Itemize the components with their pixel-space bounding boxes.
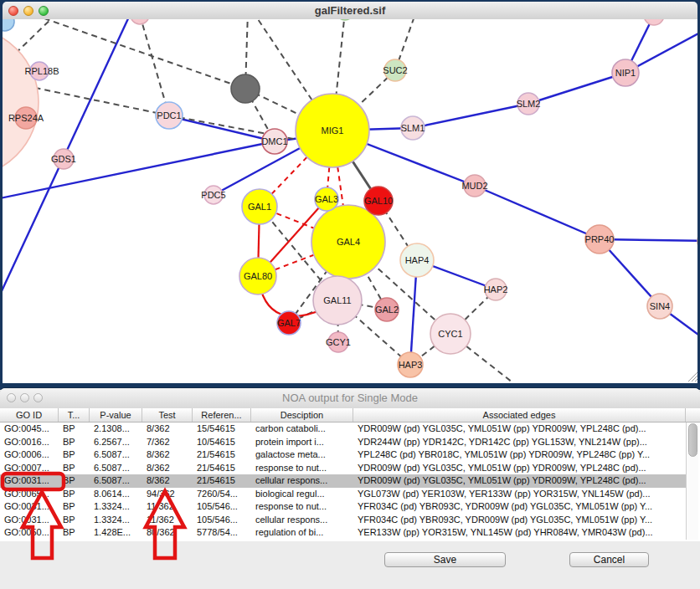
cell-description: regulation of bi... xyxy=(251,526,353,540)
node-large-left[interactable] xyxy=(3,27,39,177)
node-label-prp40: PRP40 xyxy=(585,234,615,244)
node-label-gal1: GAL1 xyxy=(248,202,271,212)
network-graph: RPL18BRPS24AGDS1PDC1MIG1DMC1SUC2SLM1SLM2… xyxy=(3,19,697,383)
column-header-test[interactable]: Test xyxy=(142,408,193,422)
cell-go-id: GO:0045... xyxy=(0,423,59,436)
vertical-scrollbar[interactable] xyxy=(686,423,698,540)
cell-description: cellular respons... xyxy=(251,514,353,527)
scrollbar-thumb[interactable] xyxy=(688,423,697,457)
column-header-referen[interactable]: Referen... xyxy=(193,408,251,422)
noa-titlebar[interactable]: NOA output for Single Mode xyxy=(0,388,700,409)
cell-reference: 7260/54... xyxy=(193,488,251,501)
cell-edges: YGL073W (pd) YER103W, YER133W (pp) YOR31… xyxy=(353,488,686,501)
node-label-gal7: GAL7 xyxy=(277,318,301,328)
node-label-gal80: GAL80 xyxy=(244,271,272,281)
edge-dash[interactable] xyxy=(140,19,169,115)
column-header-desciption[interactable]: Desciption xyxy=(251,408,353,422)
cell-p-value: 1.3324... xyxy=(90,500,142,514)
noa-window: NOA output for Single Mode GO IDT...P-va… xyxy=(0,388,700,589)
node-dark-gray[interactable] xyxy=(231,74,260,103)
resize-grip-icon[interactable] xyxy=(695,379,697,382)
node-label-mud2: MUD2 xyxy=(461,181,487,191)
node-label-gal2: GAL2 xyxy=(375,305,399,315)
node-label-gal10: GAL10 xyxy=(364,196,393,206)
edge-blue[interactable] xyxy=(528,73,625,104)
save-button[interactable]: Save xyxy=(384,552,506,567)
node-label-pdc5: PDC5 xyxy=(201,190,225,200)
table-row[interactable]: GO:0050...BP1.428E...80/3625778/54...reg… xyxy=(0,526,687,540)
table-row[interactable]: GO:0007...BP6.5087...8/36221/54615respon… xyxy=(0,462,687,475)
table-row[interactable]: GO:0045...BP2.1308...8/36215/54615carbon… xyxy=(0,423,687,436)
node-label-mig1: MIG1 xyxy=(322,125,344,136)
cell-description: carbon cataboli... xyxy=(251,423,353,436)
edge-blue[interactable] xyxy=(475,186,600,239)
cell-edges: YER133W (pp) YOR315W, YNL145W (pd) YHR08… xyxy=(353,526,686,540)
cell-type: BP xyxy=(59,462,90,475)
node-pink-partial-top-left[interactable] xyxy=(131,19,149,24)
node-label-rps24a: RPS24A xyxy=(8,113,44,123)
edge-dash[interactable] xyxy=(169,115,311,142)
cell-type: BP xyxy=(59,474,90,488)
column-header-associatededges[interactable]: Associated edges xyxy=(353,408,686,422)
cell-description: galactose meta... xyxy=(251,448,353,462)
table-row[interactable]: GO:0016...BP6.2567...7/36210/54615protei… xyxy=(0,436,687,449)
cell-p-value: 1.3324... xyxy=(90,514,142,527)
cell-edges: YDR244W (pp) YDR142C, YDR142C (pp) YGL15… xyxy=(353,436,686,449)
table-row[interactable]: GO:0031...BP6.5087...8/36221/54615cellul… xyxy=(0,474,687,488)
column-header-pvalue[interactable]: P-value xyxy=(90,408,142,422)
edge-blue[interactable] xyxy=(413,104,528,128)
cell-p-value: 6.5087... xyxy=(90,474,142,488)
window-title: galFiltered.sif xyxy=(3,4,697,17)
cell-go-id: GO:0065... xyxy=(0,488,59,501)
node-label-gal11: GAL11 xyxy=(323,295,351,305)
node-green-partial-top[interactable] xyxy=(337,19,353,20)
node-label-hap2: HAP2 xyxy=(484,284,508,294)
edge-dash[interactable] xyxy=(25,19,245,89)
cell-p-value: 6.5087... xyxy=(90,462,142,475)
node-pink-partial-top-right[interactable] xyxy=(644,19,664,25)
cell-go-id: GO:0031... xyxy=(0,500,59,514)
results-table: GO IDT...P-valueTestReferen...Desciption… xyxy=(0,408,700,541)
cell-test: 8/362 xyxy=(142,474,193,488)
node-label-rpl18b: RPL18B xyxy=(25,66,59,76)
cell-description: biological regul... xyxy=(251,488,353,501)
node-label-dmc1: DMC1 xyxy=(261,136,287,146)
network-window: galFiltered.sif RPL18BRPS24AGDS1PDC1MIG1… xyxy=(0,0,700,390)
node-label-slm1: SLM1 xyxy=(401,123,425,133)
node-label-gcy1: GCY1 xyxy=(326,337,351,347)
node-unlabeled-topleft[interactable] xyxy=(3,19,14,31)
cell-edges: YFR034C (pd) YBR093C, YDR009W (pd) YGL03… xyxy=(353,500,686,514)
cell-type: BP xyxy=(59,448,90,462)
node-label-cyc1: CYC1 xyxy=(438,329,462,339)
cell-edges: YDR009W (pd) YGL035C, YML051W (pp) YDR00… xyxy=(353,474,686,488)
table-row[interactable]: GO:0031...BP1.3324...11/362105/546...res… xyxy=(0,500,687,514)
cell-go-id: GO:0050... xyxy=(0,526,59,540)
cancel-button[interactable]: Cancel xyxy=(569,552,649,567)
cell-type: BP xyxy=(59,500,90,514)
cell-edges: YFR034C (pd) YBR093C, YDR009W (pd) YGL03… xyxy=(353,514,686,527)
cell-type: BP xyxy=(59,423,90,436)
cell-p-value: 6.2567... xyxy=(90,436,142,449)
cell-type: BP xyxy=(59,488,90,501)
cell-test: 80/362 xyxy=(142,526,193,540)
node-label-hap4: HAP4 xyxy=(405,255,430,265)
cell-edges: YDR009W (pd) YGL035C, YML051W (pp) YDR00… xyxy=(353,462,686,475)
cell-edges: YPL248C (pd) YBR018C, YML051W (pp) YDR00… xyxy=(353,448,686,462)
table-row[interactable]: GO:0065...BP8.0614...94/3627260/54...bio… xyxy=(0,488,687,501)
resize-grip-icon[interactable] xyxy=(692,376,697,382)
column-header-goid[interactable]: GO ID xyxy=(0,408,59,422)
cell-type: BP xyxy=(59,526,90,540)
edge-blue[interactable] xyxy=(3,141,275,198)
cell-test: 8/362 xyxy=(142,462,193,475)
network-canvas[interactable]: RPL18BRPS24AGDS1PDC1MIG1DMC1SUC2SLM1SLM2… xyxy=(3,19,697,383)
cell-test: 94/362 xyxy=(142,488,193,501)
column-header-t[interactable]: T... xyxy=(59,408,90,422)
cell-go-id: GO:0006... xyxy=(0,448,59,462)
network-window-titlebar[interactable]: galFiltered.sif xyxy=(3,2,697,20)
table-row[interactable]: GO:0006...BP6.5087...8/36221/54615galact… xyxy=(0,448,687,462)
table-row[interactable]: GO:0031...BP1.3324...11/362105/546...cel… xyxy=(0,514,687,527)
node-label-hap3: HAP3 xyxy=(399,360,423,370)
cell-reference: 10/54615 xyxy=(193,436,251,449)
edge-blue[interactable] xyxy=(170,116,275,141)
node-label-nip1: NIP1 xyxy=(615,68,636,78)
